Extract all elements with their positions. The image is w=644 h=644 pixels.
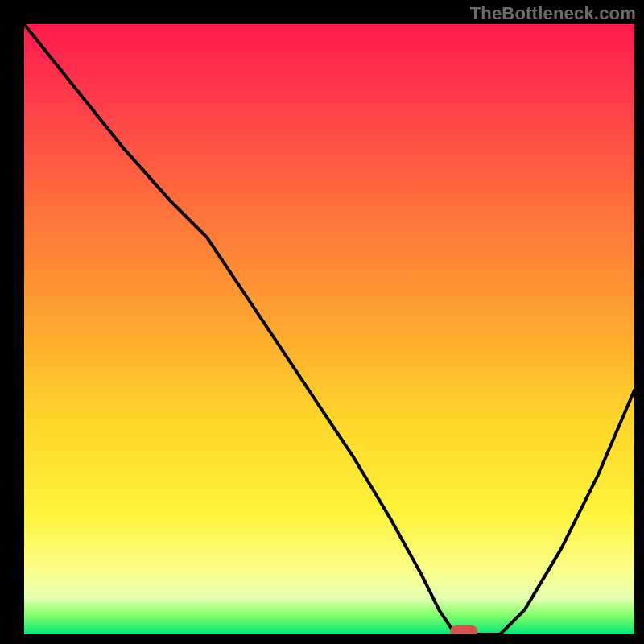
- plot-area: [24, 24, 634, 634]
- watermark-text: TheBottleneck.com: [470, 3, 636, 24]
- bottleneck-curve: [24, 24, 634, 634]
- chart-frame: TheBottleneck.com: [0, 0, 644, 644]
- optimal-point-marker: [450, 625, 477, 634]
